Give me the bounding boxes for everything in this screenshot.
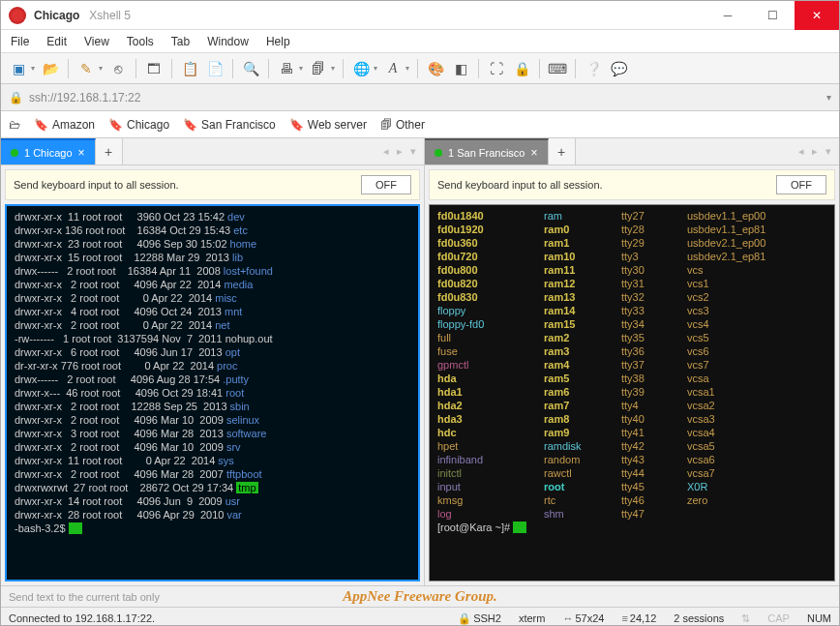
color-icon[interactable]: 🎨	[426, 59, 445, 78]
tab-label: 1 San Francisco	[448, 147, 525, 159]
bookmark-san-francisco[interactable]: 🔖San Francisco	[183, 118, 276, 132]
tab-add-button[interactable]: +	[549, 138, 576, 164]
address-bar: 🔒 ssh://192.168.1.17:22 ▾	[1, 84, 839, 111]
status-arrows-icon: ⇅	[741, 612, 750, 625]
status-cap: CAP	[767, 612, 790, 624]
tab-menu-icon[interactable]: ▾	[410, 145, 416, 158]
search-icon[interactable]: 🔍	[241, 59, 260, 78]
menu-window[interactable]: Window	[207, 35, 249, 48]
cursor-icon: ≡	[621, 612, 627, 624]
tab-label: 1 Chicago	[24, 147, 73, 159]
tab-next-icon[interactable]: ▸	[812, 145, 818, 158]
menu-view[interactable]: View	[84, 35, 109, 48]
size-icon: ↔	[562, 612, 573, 624]
bookmarks-folder-icon[interactable]: 🗁	[9, 118, 20, 132]
tab-chicago[interactable]: 1 Chicago ×	[1, 138, 96, 164]
keyboard-broadcast-bar: Send keyboard input to all session. OFF	[5, 169, 420, 200]
tab-close-icon[interactable]: ×	[530, 146, 537, 160]
tab-close-icon[interactable]: ×	[78, 146, 85, 160]
pane-left: 1 Chicago × + ◂▸▾ Send keyboard input to…	[1, 138, 425, 585]
kb-text: Send keyboard input to all session.	[14, 179, 179, 191]
titlebar: Chicago Xshell 5 ─ ☐ ✕	[1, 1, 839, 30]
help-icon[interactable]: ❔	[584, 59, 603, 78]
globe-icon[interactable]: 🌐	[351, 59, 371, 78]
send-text-bar[interactable]: Send text to the current tab only AppNee…	[1, 585, 839, 607]
menu-tab[interactable]: Tab	[171, 35, 190, 48]
panes-container: 1 Chicago × + ◂▸▾ Send keyboard input to…	[1, 138, 839, 585]
menu-tools[interactable]: Tools	[127, 35, 154, 48]
status-num: NUM	[807, 612, 831, 624]
status-dot-icon	[11, 149, 18, 157]
window-subtitle: Xshell 5	[89, 9, 131, 22]
minimize-button[interactable]: ─	[705, 1, 750, 30]
transfer-icon[interactable]: 🗐	[309, 59, 328, 78]
status-size: ↔57x24	[562, 612, 604, 624]
kb-text: Send keyboard input to all session.	[437, 179, 603, 191]
terminal-left[interactable]: drwxr-xr-x 11 root root 3960 Oct 23 15:4…	[5, 204, 420, 581]
copy-icon[interactable]: 📋	[180, 59, 199, 78]
disconnect-icon[interactable]: ⎋	[108, 59, 128, 78]
print-icon[interactable]: 🖶	[277, 59, 296, 78]
bookmark-amazon[interactable]: 🔖Amazon	[34, 118, 95, 132]
menu-help[interactable]: Help	[266, 35, 290, 48]
font-icon[interactable]: A	[383, 59, 403, 78]
kb-off-button[interactable]: OFF	[361, 175, 411, 194]
tab-add-button[interactable]: +	[96, 138, 123, 164]
address-input[interactable]: ssh://192.168.1.17:22	[29, 91, 826, 104]
terminal-right[interactable]: fd0u1840ramtty27usbdev1.1_ep00fd0u1920ra…	[429, 204, 835, 581]
window-title: Chicago	[34, 9, 79, 22]
pane-right: 1 San Francisco × + ◂▸▾ Send keyboard in…	[425, 138, 839, 585]
menu-file[interactable]: File	[11, 35, 29, 48]
tab-next-icon[interactable]: ▸	[397, 145, 403, 158]
kb-off-button[interactable]: OFF	[776, 175, 826, 194]
new-session-icon[interactable]: ▣	[9, 59, 28, 78]
keyboard-icon[interactable]: ⌨	[548, 59, 567, 78]
toolbar: ▣▾ 📂 ✎▾ ⎋ 🗔 📋 📄 🔍 🖶▾ 🗐▾ 🌐▾ A▾ 🎨 ◧ ⛶ 🔒 ⌨ …	[1, 53, 839, 84]
tab-menu-icon[interactable]: ▾	[825, 145, 831, 158]
status-dot-icon	[435, 149, 442, 157]
status-protocol: 🔒SSH2	[458, 612, 501, 625]
reconnect-icon[interactable]: ✎	[76, 59, 96, 78]
status-bar: Connected to 192.168.1.17:22. 🔒SSH2 xter…	[1, 607, 839, 626]
bookmark-chicago[interactable]: 🔖Chicago	[108, 118, 169, 132]
watermark-text: AppNee Freeware Group.	[343, 588, 497, 605]
menu-edit[interactable]: Edit	[46, 35, 67, 48]
bookmarks-bar: 🗁 🔖Amazon 🔖Chicago 🔖San Francisco 🔖Web s…	[1, 111, 839, 138]
address-dropdown-icon[interactable]: ▾	[826, 92, 831, 103]
bookmark-other[interactable]: 🗐Other	[380, 118, 425, 132]
fullscreen-icon[interactable]: ⛶	[487, 59, 506, 78]
chat-icon[interactable]: 💬	[609, 59, 628, 78]
tab-san-francisco[interactable]: 1 San Francisco ×	[425, 138, 549, 164]
status-term-type: xterm	[519, 612, 546, 624]
tab-prev-icon[interactable]: ◂	[798, 145, 804, 158]
maximize-button[interactable]: ☐	[750, 1, 795, 30]
tabs-left: 1 Chicago × + ◂▸▾	[1, 138, 424, 165]
highlight-icon[interactable]: ◧	[451, 59, 470, 78]
open-icon[interactable]: 📂	[41, 59, 60, 78]
lock-status-icon: 🔒	[458, 612, 471, 624]
status-cursor-pos: ≡24,12	[621, 612, 656, 624]
menubar: File Edit View Tools Tab Window Help	[1, 30, 839, 53]
close-button[interactable]: ✕	[795, 1, 839, 30]
bookmark-web-server[interactable]: 🔖Web server	[289, 118, 367, 132]
keyboard-broadcast-bar: Send keyboard input to all session. OFF	[429, 169, 835, 200]
paste-icon[interactable]: 📄	[205, 59, 225, 78]
app-logo-icon	[9, 7, 26, 24]
tabs-right: 1 San Francisco × + ◂▸▾	[425, 138, 839, 165]
properties-icon[interactable]: 🗔	[144, 59, 164, 78]
send-text-placeholder: Send text to the current tab only	[9, 591, 160, 603]
status-sessions: 2 sessions	[674, 612, 724, 624]
tab-prev-icon[interactable]: ◂	[383, 145, 389, 158]
status-connected: Connected to 192.168.1.17:22.	[9, 612, 155, 624]
lock-icon[interactable]: 🔒	[512, 59, 531, 78]
lock-small-icon: 🔒	[9, 91, 23, 104]
